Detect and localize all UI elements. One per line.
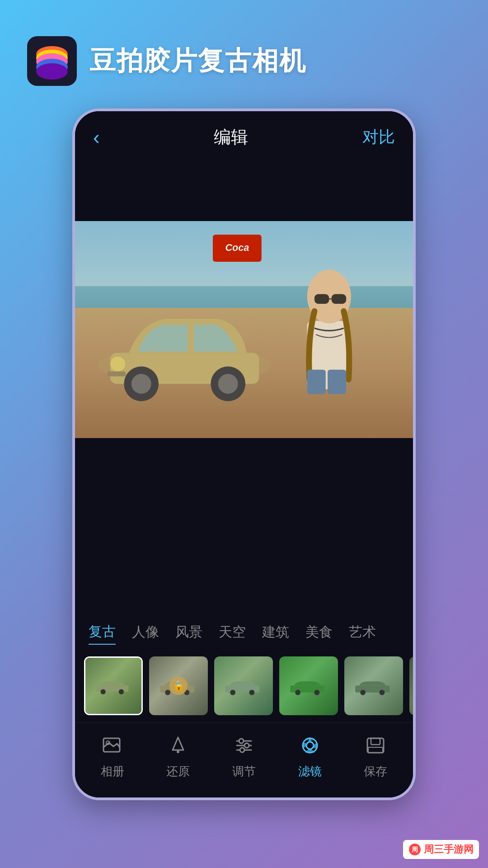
back-button[interactable]: ‹ (93, 126, 100, 149)
app-title: 豆拍胶片复古相机 (89, 43, 306, 79)
svg-rect-37 (355, 685, 389, 692)
filter-tab-food[interactable]: 美食 (305, 623, 333, 644)
photo-bottom-padding (75, 438, 413, 538)
watermark: 周 周三手游网 (403, 840, 479, 859)
svg-marker-45 (173, 737, 183, 750)
svg-point-26 (100, 689, 105, 694)
photo-scene: Coca (75, 221, 413, 438)
filter-tab-vintage[interactable]: 复古 (89, 623, 116, 645)
nav-item-album[interactable]: 相册 (99, 732, 126, 779)
nav-label-filter: 滤镜 (298, 764, 322, 779)
photo-album-icon (99, 732, 126, 759)
filter-thumb-1[interactable] (84, 656, 143, 715)
svg-point-27 (118, 689, 123, 694)
svg-point-38 (360, 689, 366, 695)
filter-tab-art[interactable]: 艺术 (349, 623, 376, 644)
nav-item-restore[interactable]: 还原 (164, 732, 192, 779)
thumb-car-1 (94, 677, 131, 697)
vintage-overlay (75, 221, 413, 438)
thumb-car-4 (288, 677, 327, 698)
nav-label-save: 保存 (364, 764, 387, 779)
thumb-car-3 (223, 677, 262, 698)
thumb-img-5 (344, 656, 403, 715)
svg-rect-55 (367, 738, 384, 753)
adjust-icon (230, 732, 258, 759)
watermark-text: 周三手游网 (424, 843, 474, 856)
svg-point-39 (379, 689, 385, 695)
photo-image: Coca (75, 221, 413, 438)
svg-point-51 (244, 743, 249, 748)
filter-thumbnails: 🔒 (75, 652, 413, 722)
nav-label-adjust: 调节 (232, 764, 256, 779)
thumb-img-1 (85, 658, 141, 714)
svg-point-32 (230, 689, 235, 695)
svg-point-54 (306, 742, 314, 749)
filter-thumb-5[interactable] (344, 656, 403, 715)
svg-rect-25 (96, 685, 129, 692)
thumb-img-3 (214, 656, 273, 715)
svg-rect-57 (368, 747, 383, 753)
svg-point-33 (249, 689, 254, 695)
top-bar: ‹ 编辑 对比 (75, 111, 413, 158)
filter-tab-architecture[interactable]: 建筑 (262, 623, 289, 644)
phone-inner: ‹ 编辑 对比 (75, 111, 413, 797)
thumb-car-5 (353, 677, 392, 698)
photo-top-padding (75, 158, 413, 221)
save-icon (362, 732, 389, 759)
nav-item-adjust[interactable]: 调节 (230, 732, 258, 779)
restore-icon (164, 732, 192, 759)
phone-frame: ‹ 编辑 对比 (72, 108, 416, 800)
svg-text:周: 周 (411, 846, 418, 853)
filter-thumb-3[interactable] (214, 656, 273, 715)
filter-section: 复古 人像 风景 天空 建筑 美食 艺术 (75, 613, 413, 722)
filter-icon (296, 732, 324, 759)
svg-rect-34 (290, 685, 324, 692)
svg-rect-31 (225, 685, 259, 692)
nav-item-save[interactable]: 保存 (362, 732, 389, 779)
compare-button[interactable]: 对比 (362, 126, 395, 148)
thumb-img-6 (409, 656, 413, 715)
filter-tabs: 复古 人像 风景 天空 建筑 美食 艺术 (75, 613, 413, 652)
svg-point-52 (240, 748, 244, 752)
watermark-icon: 周 (408, 843, 421, 856)
bottom-nav: 相册 还原 (75, 722, 413, 797)
svg-point-46 (177, 750, 179, 753)
app-icon (27, 36, 77, 86)
filter-tab-landscape[interactable]: 风景 (175, 623, 202, 644)
lock-icon-2: 🔒 (169, 677, 188, 695)
svg-rect-56 (371, 738, 380, 745)
filter-tab-portrait[interactable]: 人像 (132, 623, 159, 644)
nav-label-album: 相册 (101, 764, 124, 779)
filter-thumb-6[interactable] (409, 656, 413, 715)
svg-point-36 (314, 689, 319, 695)
filter-thumb-4[interactable] (279, 656, 338, 715)
filter-thumb-2[interactable]: 🔒 (149, 656, 208, 715)
nav-item-filter[interactable]: 滤镜 (296, 732, 324, 779)
svg-point-35 (295, 689, 300, 695)
top-header: 豆拍胶片复古相机 (27, 36, 306, 86)
svg-point-50 (239, 739, 244, 743)
filter-tab-sky[interactable]: 天空 (219, 623, 246, 644)
nav-label-restore: 还原 (166, 764, 190, 779)
photo-area: Coca (75, 158, 413, 613)
svg-point-5 (36, 63, 68, 80)
svg-point-29 (165, 689, 170, 695)
edit-title: 编辑 (214, 126, 248, 149)
thumb-img-4 (279, 656, 338, 715)
